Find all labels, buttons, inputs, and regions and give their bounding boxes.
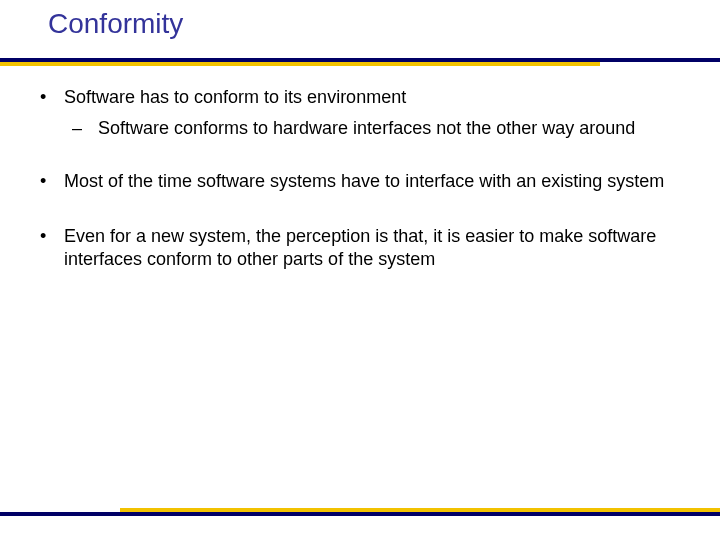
bullet-level2: – Software conforms to hardware interfac… xyxy=(72,117,692,140)
slide: Conformity • Software has to conform to … xyxy=(0,0,720,540)
bullet-text: Even for a new system, the perception is… xyxy=(64,225,692,271)
bullet-dot-icon: • xyxy=(38,86,64,109)
bullet-text: Software has to conform to its environme… xyxy=(64,86,692,109)
bullet-level1: • Software has to conform to its environ… xyxy=(38,86,692,109)
bullet-dash-icon: – xyxy=(72,117,98,140)
divider-top xyxy=(0,58,720,66)
divider-top-gold xyxy=(0,62,600,66)
slide-body: • Software has to conform to its environ… xyxy=(38,86,692,279)
bullet-level1: • Most of the time software systems have… xyxy=(38,170,692,193)
spacer xyxy=(38,146,692,170)
bullet-dot-icon: • xyxy=(38,170,64,193)
divider-bottom xyxy=(0,508,720,516)
divider-bottom-blue xyxy=(0,512,720,516)
bullet-text: Most of the time software systems have t… xyxy=(64,170,692,193)
bullet-text: Software conforms to hardware interfaces… xyxy=(98,117,692,140)
spacer xyxy=(38,201,692,225)
bullet-level1: • Even for a new system, the perception … xyxy=(38,225,692,271)
slide-title: Conformity xyxy=(48,8,183,40)
bullet-dot-icon: • xyxy=(38,225,64,271)
